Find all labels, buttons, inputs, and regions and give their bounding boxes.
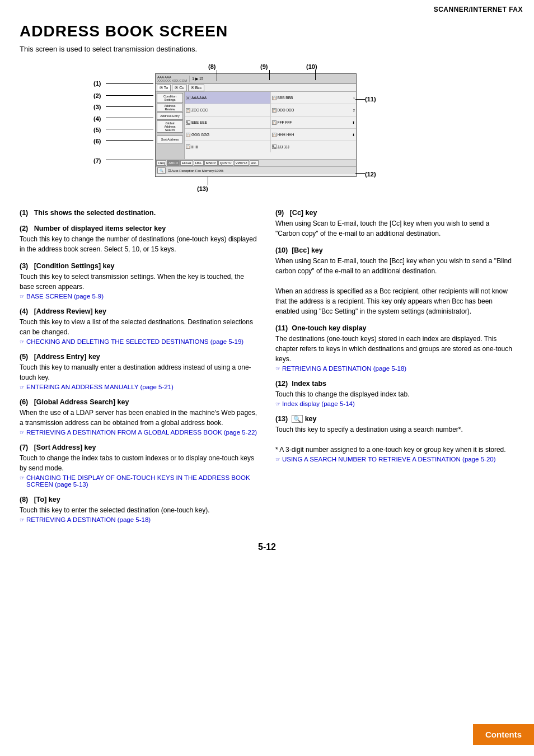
link-retrieving-to[interactable]: ☞ RETRIEVING A DESTINATION (page 5-18) xyxy=(20,516,259,523)
addr5-left: III III xyxy=(191,145,199,149)
addr4-right: HHH HHH xyxy=(278,133,294,137)
callout-1: (1) xyxy=(93,80,101,87)
book-icon-2: ☞ xyxy=(20,339,25,345)
addr4-left: GGG GGG xyxy=(191,133,209,137)
left-descriptions: (1) This shows the selected destination.… xyxy=(20,209,259,531)
book-icon: ☞ xyxy=(20,293,25,300)
desc-item-12: (12) Index tabs Touch this to change the… xyxy=(275,380,514,407)
book-icon-3: ☞ xyxy=(20,384,25,390)
screen-bcc-tab[interactable]: ✉ Bcc xyxy=(188,85,205,91)
book-icon-4: ☞ xyxy=(20,430,25,436)
label-9: (9) xyxy=(260,63,268,70)
screen-addr-review-btn[interactable]: Address Review xyxy=(157,104,183,111)
book-icon-5: ☞ xyxy=(20,475,25,481)
callout-5: (5) xyxy=(93,127,101,133)
screen-mockup: AAA AAA XXXXXX XXX.COM 1 ▶ 15 ✉ To xyxy=(155,73,357,177)
screen-condition-btn[interactable]: Condition Settings xyxy=(157,93,183,103)
screen-addr-entry-btn[interactable]: Address Entry xyxy=(157,112,183,120)
addr2-right: DDD DDD xyxy=(278,108,294,112)
screen-search-icon[interactable]: 🔍 xyxy=(157,167,166,174)
book-icon-9: ☞ xyxy=(275,456,280,463)
screen-sort-btn[interactable]: Sort Address xyxy=(157,136,183,143)
using-search-number-text: USING A SEARCH NUMBER TO RETRIEVE A DEST… xyxy=(282,456,496,463)
addr3-left: EEE EEE xyxy=(191,120,207,124)
link-global-address[interactable]: ☞ RETRIEVING A DESTINATION FROM A GLOBAL… xyxy=(20,429,259,436)
desc-item-7: (7) [Sort Address] key Touch to change t… xyxy=(20,444,259,488)
page-number: 5-12 xyxy=(20,542,514,552)
desc-item-2: (2) Number of displayed items selector k… xyxy=(20,225,259,254)
tab-vwxyz[interactable]: VWXYZ xyxy=(234,160,249,166)
header-title: SCANNER/INTERNET FAX xyxy=(434,6,523,13)
screen-to-tab[interactable]: ✉ To xyxy=(157,85,171,91)
subtitle: This screen is used to select transmissi… xyxy=(20,45,514,53)
description-section: (1) This shows the selected destination.… xyxy=(20,209,514,531)
page-title: ADDRESS BOOK SCREEN xyxy=(20,22,514,40)
screen-global-btn[interactable]: Global Address Search xyxy=(157,120,183,133)
desc-item-6: (6) [Global Address Search] key When the… xyxy=(20,398,259,436)
contents-button[interactable]: Contents xyxy=(473,724,534,745)
addr1-right: BBB BBB xyxy=(278,96,293,100)
tab-qrstu[interactable]: QRSTU xyxy=(218,160,233,166)
link-retrieving-11[interactable]: ☞ RETRIEVING A DESTINATION (page 5-18) xyxy=(275,365,514,372)
link-checking-deleting[interactable]: ☞ CHECKING AND DELETING THE SELECTED DES… xyxy=(20,338,259,345)
callout-3: (3) xyxy=(93,104,101,110)
link-index-display[interactable]: ☞ Index display (page 5-14) xyxy=(275,400,514,407)
label-10: (10) xyxy=(306,63,317,70)
addr3-right: FFF FFF xyxy=(278,120,292,124)
addr2-left: ZCC CCC xyxy=(191,108,208,112)
callout-13: (13) xyxy=(197,185,208,192)
callout-7: (7) xyxy=(93,157,101,164)
tab-mnop[interactable]: MNOP xyxy=(204,160,218,166)
desc-item-13: (13) 🔍 key Touch this key to specify a d… xyxy=(275,415,514,463)
callout-6: (6) xyxy=(93,138,101,144)
right-descriptions: (9) [Cc] key When using Scan to E-mail, … xyxy=(275,209,514,531)
book-icon-7: ☞ xyxy=(275,366,280,372)
label-8: (8) xyxy=(208,63,216,70)
tab-abcd[interactable]: ABCD xyxy=(167,160,180,166)
link-search-number[interactable]: ☞ USING A SEARCH NUMBER TO RETRIEVE A DE… xyxy=(275,456,514,463)
callout-11: (11) xyxy=(365,96,376,102)
book-icon-8: ☞ xyxy=(275,401,280,407)
tab-efgh[interactable]: EFGH xyxy=(180,160,193,166)
addr5-right: JJJ JJJ xyxy=(278,145,289,149)
callout-2: (2) xyxy=(93,92,101,99)
link-sort-address[interactable]: ☞ CHANGING THE DISPLAY OF ONE-TOUCH KEYS… xyxy=(20,474,259,488)
addr1-left: AAA AAA xyxy=(191,96,207,100)
callout-4: (4) xyxy=(93,115,101,122)
tab-ijkl[interactable]: IJKL xyxy=(194,160,204,166)
callout-12: (12) xyxy=(365,171,376,178)
page-header: SCANNER/INTERNET FAX xyxy=(434,6,523,13)
screen-index-tabs: Freq ABCD EFGH IJKL MNOP QRSTU VWXYZ etc… xyxy=(156,159,356,166)
desc-item-3: (3) [Condition Settings] key Touch this … xyxy=(20,262,259,300)
tab-etc[interactable]: etc. xyxy=(250,160,259,166)
screen-footer: 🔍 ☑ Auto Reception Fax Memory:100% xyxy=(156,166,356,174)
tab-freq[interactable]: Freq xyxy=(156,160,166,166)
desc-item-1: (1) This shows the selected destination. xyxy=(20,209,259,217)
book-icon-6: ☞ xyxy=(20,517,25,523)
desc-item-5: (5) [Address Entry] key Touch this key t… xyxy=(20,353,259,390)
screen-cc-tab[interactable]: ✉ Cc xyxy=(172,85,187,91)
desc-item-10: (10) [Bcc] key When using Scan to E-mail… xyxy=(275,246,514,316)
desc-item-8: (8) [To] key Touch this key to enter the… xyxy=(20,496,259,523)
desc-item-9: (9) [Cc] key When using Scan to E-mail, … xyxy=(275,209,514,239)
screen-footer-text: ☑ Auto Reception Fax Memory:100% xyxy=(168,169,223,172)
desc-item-4: (4) [Address Review] key Touch this key … xyxy=(20,307,259,345)
desc-item-11: (11) One-touch key display The destinati… xyxy=(275,324,514,372)
screen-nav-count: 15 xyxy=(199,77,203,81)
screen-addr-sub: XXXXXX XXX.COM xyxy=(157,79,187,82)
diagram-area: (8) (9) (10) AAA AAA XXXXXX XXX.COM 1 ▶ … xyxy=(20,63,514,198)
link-base-screen[interactable]: ☞ BASE SCREEN (page 5-9) xyxy=(20,293,259,300)
link-entering-address[interactable]: ☞ ENTERING AN ADDRESS MANUALLY (page 5-2… xyxy=(20,384,259,390)
